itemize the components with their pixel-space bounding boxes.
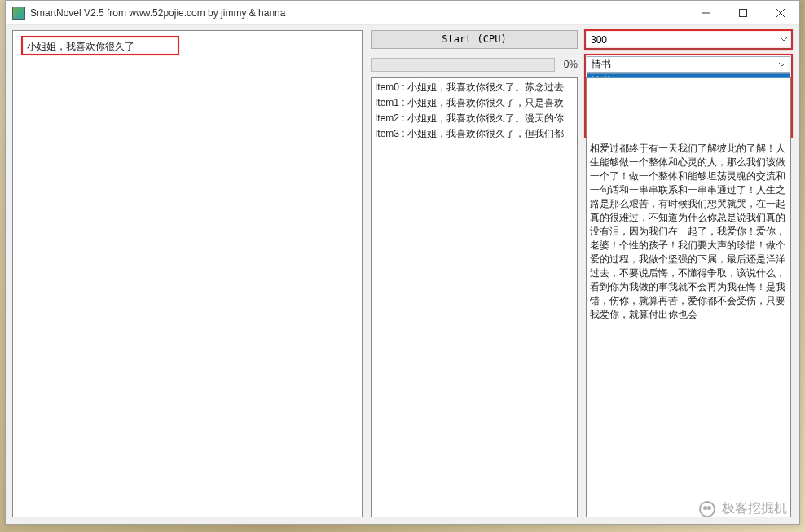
results-list-panel[interactable]: Item0 : 小姐姐，我喜欢你很久了。苏念过去 Item1 : 小姐姐，我喜欢… (371, 77, 578, 517)
titlebar[interactable]: SmartNovel V2.5 from www.52pojie.com by … (6, 1, 799, 25)
list-item[interactable]: Item2 : 小姐姐，我喜欢你很久了。漫天的你 (375, 111, 574, 126)
output-text: 相爱过都终于有一天我们了解彼此的了解！人生能够做一个整体和心灵的人，那么我们该做… (590, 80, 787, 322)
window-controls (687, 1, 799, 24)
count-dropdown-value: 300 (586, 34, 776, 46)
prompt-input[interactable]: 小姐姐，我喜欢你很久了 (21, 36, 179, 55)
app-window: SmartNovel V2.5 from www.52pojie.com by … (5, 0, 800, 525)
progress-bar (371, 58, 555, 72)
output-text-panel[interactable]: 相爱过都终于有一天我们了解彼此的了解！人生能够做一个整体和心灵的人，那么我们该做… (586, 77, 791, 517)
progress-row: 0% (371, 56, 578, 73)
chevron-down-icon (776, 31, 791, 48)
minimize-button[interactable] (687, 1, 724, 25)
left-panel: 小姐姐，我喜欢你很久了 (12, 30, 363, 517)
list-item[interactable]: Item1 : 小姐姐，我喜欢你很久了，只是喜欢 (375, 95, 574, 111)
category-dropdown-selected[interactable]: 情书 (587, 56, 790, 73)
maximize-button[interactable] (724, 1, 762, 25)
list-item[interactable]: Item3 : 小姐姐，我喜欢你很久了，但我们都 (375, 126, 574, 142)
list-item[interactable]: Item0 : 小姐姐，我喜欢你很久了。苏念过去 (375, 80, 574, 95)
progress-percent: 0% (560, 59, 578, 70)
app-icon (12, 7, 25, 20)
window-title: SmartNovel V2.5 from www.52pojie.com by … (30, 7, 687, 19)
close-button[interactable] (762, 1, 799, 25)
start-button[interactable]: Start (CPU) (371, 30, 578, 49)
category-dropdown-value: 情书 (587, 58, 775, 72)
svg-rect-1 (740, 10, 747, 17)
chevron-down-icon (775, 57, 790, 72)
content-area: 小姐姐，我喜欢你很久了 Start (CPU) 300 0% 情书 情书 金融 (6, 25, 799, 524)
count-dropdown[interactable]: 300 (584, 29, 793, 50)
